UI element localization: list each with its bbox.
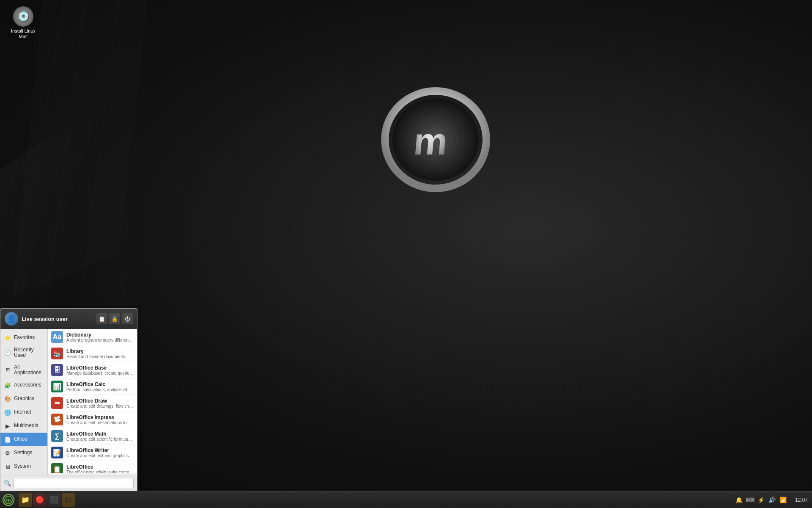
- mint-logo: m: [381, 85, 491, 196]
- app-icon-lomath: ∑: [51, 430, 63, 442]
- systray-network-icon[interactable]: 📶: [779, 496, 787, 504]
- app-icon-dictionary: Aa: [51, 331, 63, 343]
- office-icon: 📄: [4, 436, 11, 443]
- app-icon-loimpress: 📽: [51, 414, 63, 425]
- app-icon-lodraw: ✏: [51, 397, 63, 409]
- sidebar-item-settings[interactable]: ⚙ Settings: [0, 446, 47, 460]
- system-icon: 🖥: [4, 463, 11, 470]
- sidebar-item-system[interactable]: 🖥 System: [0, 460, 47, 473]
- taskbar-clock[interactable]: 12:07: [791, 497, 812, 503]
- app-item-localc[interactable]: 📊LibreOffice CalcPerform calculations, a…: [48, 378, 137, 395]
- settings-icon: ⚙: [4, 449, 11, 457]
- desktop: m 💿 Install Linux Mint 👤 Live session us…: [0, 0, 812, 508]
- mint-start-icon: m: [3, 494, 14, 506]
- svg-text:m: m: [6, 497, 11, 503]
- header-files-btn[interactable]: 📋: [96, 313, 107, 324]
- menu-search-bar: 🔍: [0, 475, 137, 491]
- app-item-lomath[interactable]: ∑LibreOffice MathCreate and edit scienti…: [48, 428, 137, 444]
- menu-header-actions: 📋 🔒 ⏻: [96, 313, 133, 324]
- accessories-label: Accessories: [14, 382, 41, 388]
- all-apps-label: All Applications: [14, 364, 44, 375]
- menu-header: 👤 Live session user 📋 🔒 ⏻: [0, 309, 137, 329]
- favorites-label: Favorites: [14, 335, 35, 340]
- app-item-library[interactable]: 📚LibraryRecent and favorite documents: [48, 345, 137, 362]
- taskbar-terminal-btn[interactable]: ⬛: [47, 493, 61, 507]
- app-name-dictionary: Dictionary: [66, 332, 134, 338]
- app-desc-lobase: Manage databases, create queries and ...: [66, 371, 134, 375]
- sidebar-item-favorites[interactable]: ⭐ Favorites: [0, 331, 47, 344]
- app-desc-lowriter: Create and edit text and graphics in let…: [66, 453, 134, 458]
- app-desc-loimpress: Create and edit presentations for slide.…: [66, 420, 134, 425]
- app-name-lobase: LibreOffice Base: [66, 365, 134, 371]
- graphics-icon: 🎨: [4, 395, 11, 403]
- header-lock-btn[interactable]: 🔒: [109, 313, 120, 324]
- svg-line-6: [698, 127, 812, 212]
- sidebar-item-recently-used[interactable]: 🕐 Recently Used: [0, 344, 47, 361]
- install-mint-label: Install Linux Mint: [6, 28, 40, 39]
- app-icon-lo: 📋: [51, 463, 63, 473]
- sidebar-item-graphics[interactable]: 🎨 Graphics: [0, 392, 47, 406]
- systray-power-icon[interactable]: ⚡: [757, 496, 765, 504]
- menu-avatar: 👤: [5, 312, 18, 326]
- systray-notify-icon[interactable]: 🔔: [735, 496, 743, 504]
- app-item-lobase[interactable]: 🗄LibreOffice BaseManage databases, creat…: [48, 362, 137, 378]
- svg-text:m: m: [412, 120, 450, 163]
- sidebar-item-multimedia[interactable]: ▶ Multimedia: [0, 419, 47, 433]
- app-desc-lodraw: Create and edit drawings, flow charts a.…: [66, 404, 134, 409]
- taskbar: m 📁 🔴 ⬛ 🗂 🔔 ⌨ ⚡ 🔊 📶 12:07: [0, 491, 812, 508]
- start-menu: 👤 Live session user 📋 🔒 ⏻ ⭐ Favorites 🕐: [0, 308, 137, 491]
- internet-icon: 🌐: [4, 409, 11, 416]
- app-item-dictionary[interactable]: AaDictionaryA client program to query di…: [48, 329, 137, 345]
- multimedia-label: Multimedia: [14, 423, 38, 428]
- app-name-localc: LibreOffice Calc: [66, 381, 134, 387]
- app-desc-lo: The office productivity suite compatibil…: [66, 470, 134, 473]
- svg-marker-1: [13, 0, 148, 296]
- app-icon-lowriter: 📝: [51, 447, 63, 458]
- app-icon-lobase: 🗄: [51, 364, 63, 376]
- sidebar-item-internet[interactable]: 🌐 Internet: [0, 406, 47, 419]
- internet-label: Internet: [14, 409, 31, 415]
- menu-username: Live session user: [22, 316, 93, 322]
- taskbar-fm-btn[interactable]: 🗂: [62, 493, 75, 507]
- systray-volume-icon[interactable]: 🔊: [768, 496, 776, 504]
- menu-apps-panel: AaDictionaryA client program to query di…: [48, 329, 137, 473]
- menu-body: ⭐ Favorites 🕐 Recently Used ⊞ All Applic…: [0, 329, 137, 475]
- taskbar-pinned: 📁 🔴 ⬛ 🗂: [17, 493, 77, 507]
- sidebar-item-accessories[interactable]: 🧩 Accessories: [0, 378, 47, 392]
- svg-line-5: [677, 169, 812, 254]
- system-label: System: [14, 464, 31, 469]
- app-desc-library: Recent and favorite documents: [66, 354, 134, 359]
- app-item-lowriter[interactable]: 📝LibreOffice WriterCreate and edit text …: [48, 444, 137, 461]
- install-mint-icon[interactable]: 💿 Install Linux Mint: [6, 6, 40, 39]
- search-icon: 🔍: [4, 480, 11, 486]
- start-button[interactable]: m: [0, 491, 17, 508]
- systray-keyboard-icon[interactable]: ⌨: [746, 496, 754, 504]
- sidebar-item-all-applications[interactable]: ⊞ All Applications: [0, 362, 47, 378]
- taskbar-folder-btn[interactable]: 📁: [19, 493, 32, 507]
- all-apps-icon: ⊞: [4, 366, 11, 374]
- office-label: Office: [14, 436, 27, 442]
- app-name-lomath: LibreOffice Math: [66, 431, 134, 437]
- app-name-lodraw: LibreOffice Draw: [66, 398, 134, 404]
- app-item-loimpress[interactable]: 📽LibreOffice ImpressCreate and edit pres…: [48, 411, 137, 428]
- header-power-btn[interactable]: ⏻: [122, 313, 133, 324]
- app-name-library: Library: [66, 348, 134, 354]
- app-item-lodraw[interactable]: ✏LibreOffice DrawCreate and edit drawing…: [48, 395, 137, 411]
- sidebar-item-office[interactable]: 📄 Office: [0, 433, 47, 446]
- app-name-lowriter: LibreOffice Writer: [66, 447, 134, 453]
- taskbar-redapp-btn[interactable]: 🔴: [33, 493, 47, 507]
- install-mint-icon-img: 💿: [13, 6, 33, 27]
- recently-used-label: Recently Used: [14, 347, 44, 358]
- accessories-icon: 🧩: [4, 381, 11, 389]
- app-name-lo: LibreOffice: [66, 464, 134, 470]
- app-name-loimpress: LibreOffice Impress: [66, 414, 134, 420]
- svg-line-7: [719, 148, 812, 220]
- app-desc-dictionary: A client program to query different dic.…: [66, 338, 134, 342]
- recently-used-icon: 🕐: [4, 349, 11, 356]
- app-desc-lomath: Create and edit scientific formulas and …: [66, 437, 134, 442]
- app-item-lo[interactable]: 📋LibreOfficeThe office productivity suit…: [48, 461, 137, 473]
- app-icon-localc: 📊: [51, 381, 63, 392]
- search-input[interactable]: [14, 478, 134, 488]
- settings-label: Settings: [14, 450, 32, 456]
- favorites-icon: ⭐: [4, 334, 11, 341]
